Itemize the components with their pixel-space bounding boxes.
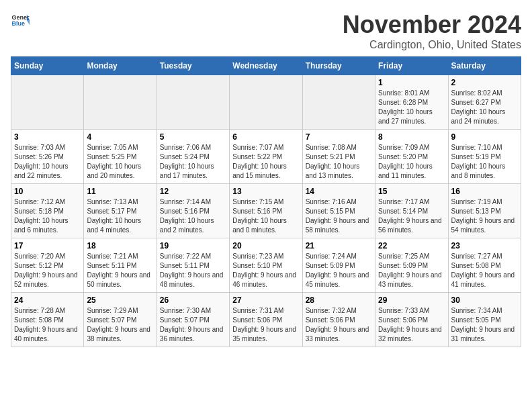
day-number: 15 <box>378 187 445 196</box>
day-info: Sunrise: 7:17 AMSunset: 5:14 PMDaylight:… <box>378 197 445 235</box>
title-block: November 2024 Cardington, Ohio, United S… <box>343 11 521 51</box>
day-number: 22 <box>378 241 445 250</box>
day-info: Sunrise: 7:33 AMSunset: 5:06 PMDaylight:… <box>378 306 445 344</box>
day-number: 20 <box>232 241 299 250</box>
header: General Blue November 2024 Cardington, O… <box>11 11 521 51</box>
week-row-4: 24Sunrise: 7:28 AMSunset: 5:08 PMDayligh… <box>11 293 521 347</box>
day-info: Sunrise: 7:05 AMSunset: 5:25 PMDaylight:… <box>87 143 153 181</box>
day-info: Sunrise: 7:29 AMSunset: 5:07 PMDaylight:… <box>87 306 153 344</box>
cell-week1-day0: 3Sunrise: 7:03 AMSunset: 5:26 PMDaylight… <box>11 130 84 184</box>
day-info: Sunrise: 7:25 AMSunset: 5:09 PMDaylight:… <box>378 252 445 289</box>
cell-week3-day4: 21Sunrise: 7:24 AMSunset: 5:09 PMDayligh… <box>302 238 375 293</box>
day-number: 3 <box>14 132 81 142</box>
cell-week3-day5: 22Sunrise: 7:25 AMSunset: 5:09 PMDayligh… <box>375 238 448 293</box>
day-info: Sunrise: 7:13 AMSunset: 5:17 PMDaylight:… <box>87 197 153 235</box>
week-row-0: 1Sunrise: 8:01 AMSunset: 6:28 PMDaylight… <box>11 75 521 130</box>
cell-week0-day5: 1Sunrise: 8:01 AMSunset: 6:28 PMDaylight… <box>375 75 448 130</box>
day-number: 16 <box>451 187 518 196</box>
calendar-table: SundayMondayTuesdayWednesdayThursdayFrid… <box>11 56 521 347</box>
day-number: 4 <box>87 132 153 142</box>
day-number: 12 <box>160 187 226 196</box>
cell-week4-day1: 25Sunrise: 7:29 AMSunset: 5:07 PMDayligh… <box>84 293 157 347</box>
day-info: Sunrise: 7:08 AMSunset: 5:21 PMDaylight:… <box>306 143 372 181</box>
day-info: Sunrise: 7:10 AMSunset: 5:19 PMDaylight:… <box>451 143 518 181</box>
day-number: 13 <box>232 187 299 196</box>
cell-week3-day0: 17Sunrise: 7:20 AMSunset: 5:12 PMDayligh… <box>11 238 84 293</box>
day-info: Sunrise: 7:03 AMSunset: 5:26 PMDaylight:… <box>14 143 81 181</box>
cell-week2-day5: 15Sunrise: 7:17 AMSunset: 5:14 PMDayligh… <box>375 184 448 238</box>
header-sunday: Sunday <box>11 57 84 75</box>
cell-week1-day1: 4Sunrise: 7:05 AMSunset: 5:25 PMDaylight… <box>84 130 157 184</box>
main-title: November 2024 <box>343 11 521 39</box>
day-number: 26 <box>160 295 226 305</box>
day-info: Sunrise: 7:20 AMSunset: 5:12 PMDaylight:… <box>14 252 81 289</box>
day-info: Sunrise: 7:32 AMSunset: 5:06 PMDaylight:… <box>306 306 372 344</box>
day-number: 5 <box>160 132 226 142</box>
day-number: 8 <box>378 132 445 142</box>
day-info: Sunrise: 7:07 AMSunset: 5:22 PMDaylight:… <box>232 143 299 181</box>
cell-week0-day3 <box>230 75 302 130</box>
day-info: Sunrise: 8:01 AMSunset: 6:28 PMDaylight:… <box>378 89 445 126</box>
day-info: Sunrise: 7:09 AMSunset: 5:20 PMDaylight:… <box>378 143 445 181</box>
logo: General Blue <box>11 11 30 30</box>
week-row-3: 17Sunrise: 7:20 AMSunset: 5:12 PMDayligh… <box>11 238 521 293</box>
day-number: 24 <box>14 295 81 305</box>
cell-week4-day4: 28Sunrise: 7:32 AMSunset: 5:06 PMDayligh… <box>302 293 375 347</box>
day-info: Sunrise: 7:19 AMSunset: 5:13 PMDaylight:… <box>451 197 518 235</box>
cell-week2-day6: 16Sunrise: 7:19 AMSunset: 5:13 PMDayligh… <box>448 184 521 238</box>
cell-week0-day1 <box>84 75 157 130</box>
day-info: Sunrise: 7:12 AMSunset: 5:18 PMDaylight:… <box>14 197 81 235</box>
cell-week4-day5: 29Sunrise: 7:33 AMSunset: 5:06 PMDayligh… <box>375 293 448 347</box>
cell-week3-day3: 20Sunrise: 7:23 AMSunset: 5:10 PMDayligh… <box>230 238 302 293</box>
header-friday: Friday <box>375 57 448 75</box>
day-info: Sunrise: 7:27 AMSunset: 5:08 PMDaylight:… <box>451 252 518 289</box>
cell-week1-day5: 8Sunrise: 7:09 AMSunset: 5:20 PMDaylight… <box>375 130 448 184</box>
cell-week0-day0 <box>11 75 84 130</box>
cell-week2-day4: 14Sunrise: 7:16 AMSunset: 5:15 PMDayligh… <box>302 184 375 238</box>
cell-week1-day6: 9Sunrise: 7:10 AMSunset: 5:19 PMDaylight… <box>448 130 521 184</box>
day-info: Sunrise: 7:34 AMSunset: 5:05 PMDaylight:… <box>451 306 518 344</box>
day-number: 28 <box>306 295 372 305</box>
day-number: 2 <box>451 78 518 87</box>
day-number: 6 <box>232 132 299 142</box>
cell-week4-day3: 27Sunrise: 7:31 AMSunset: 5:06 PMDayligh… <box>230 293 302 347</box>
day-info: Sunrise: 7:22 AMSunset: 5:11 PMDaylight:… <box>160 252 226 289</box>
day-info: Sunrise: 7:31 AMSunset: 5:06 PMDaylight:… <box>232 306 299 344</box>
header-tuesday: Tuesday <box>157 57 229 75</box>
day-info: Sunrise: 7:24 AMSunset: 5:09 PMDaylight:… <box>306 252 372 289</box>
header-row: SundayMondayTuesdayWednesdayThursdayFrid… <box>11 57 521 75</box>
subtitle: Cardington, Ohio, United States <box>343 39 521 51</box>
cell-week2-day3: 13Sunrise: 7:15 AMSunset: 5:16 PMDayligh… <box>230 184 302 238</box>
cell-week1-day2: 5Sunrise: 7:06 AMSunset: 5:24 PMDaylight… <box>157 130 229 184</box>
day-number: 7 <box>306 132 372 142</box>
day-info: Sunrise: 7:30 AMSunset: 5:07 PMDaylight:… <box>160 306 226 344</box>
day-number: 25 <box>87 295 153 305</box>
svg-text:Blue: Blue <box>11 20 25 27</box>
day-number: 29 <box>378 295 445 305</box>
logo-icon: General Blue <box>11 11 30 30</box>
day-info: Sunrise: 7:16 AMSunset: 5:15 PMDaylight:… <box>306 197 372 235</box>
cell-week1-day3: 6Sunrise: 7:07 AMSunset: 5:22 PMDaylight… <box>230 130 302 184</box>
cell-week1-day4: 7Sunrise: 7:08 AMSunset: 5:21 PMDaylight… <box>302 130 375 184</box>
svg-marker-3 <box>27 20 30 25</box>
header-thursday: Thursday <box>302 57 375 75</box>
week-row-2: 10Sunrise: 7:12 AMSunset: 5:18 PMDayligh… <box>11 184 521 238</box>
day-info: Sunrise: 7:21 AMSunset: 5:11 PMDaylight:… <box>87 252 153 289</box>
calendar-header: SundayMondayTuesdayWednesdayThursdayFrid… <box>11 57 521 75</box>
day-info: Sunrise: 7:15 AMSunset: 5:16 PMDaylight:… <box>232 197 299 235</box>
cell-week0-day4 <box>302 75 375 130</box>
cell-week2-day1: 11Sunrise: 7:13 AMSunset: 5:17 PMDayligh… <box>84 184 157 238</box>
day-number: 18 <box>87 241 153 250</box>
day-number: 14 <box>306 187 372 196</box>
day-number: 17 <box>14 241 81 250</box>
cell-week3-day2: 19Sunrise: 7:22 AMSunset: 5:11 PMDayligh… <box>157 238 229 293</box>
cell-week4-day0: 24Sunrise: 7:28 AMSunset: 5:08 PMDayligh… <box>11 293 84 347</box>
cell-week4-day6: 30Sunrise: 7:34 AMSunset: 5:05 PMDayligh… <box>448 293 521 347</box>
cell-week0-day2 <box>157 75 229 130</box>
day-info: Sunrise: 7:28 AMSunset: 5:08 PMDaylight:… <box>14 306 81 344</box>
day-number: 27 <box>232 295 299 305</box>
day-number: 21 <box>306 241 372 250</box>
header-saturday: Saturday <box>448 57 521 75</box>
day-number: 11 <box>87 187 153 196</box>
cell-week3-day6: 23Sunrise: 7:27 AMSunset: 5:08 PMDayligh… <box>448 238 521 293</box>
